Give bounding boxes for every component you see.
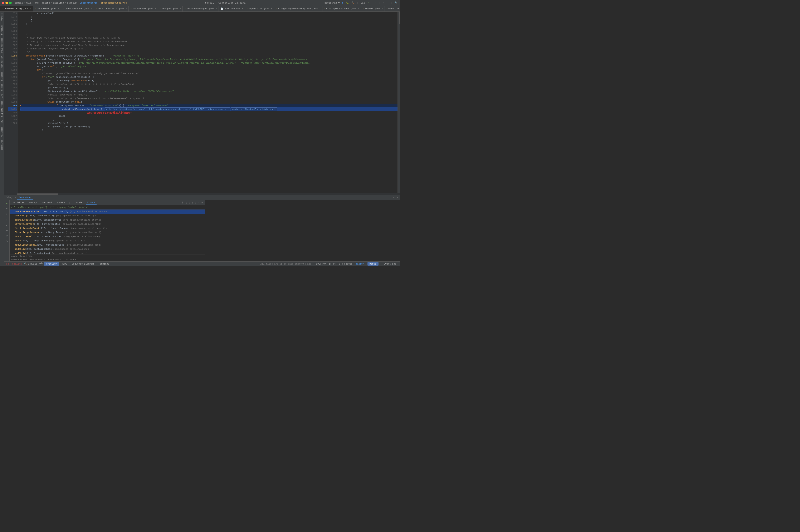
tab-wrapper[interactable]: ☕ Wrapper.java × — [158, 6, 183, 12]
git-branch[interactable]: master — [356, 263, 364, 265]
terminal-tab[interactable]: Terminal — [96, 262, 112, 266]
nav-apache[interactable]: apache — [42, 2, 50, 4]
build-tab[interactable]: 🔨 0 Build — [24, 262, 37, 266]
build-button[interactable]: 🔨 — [351, 1, 355, 5]
tab-startupconstants[interactable]: ☕ startup/Constants.java × — [322, 6, 361, 12]
sequence-diagram-tab[interactable]: Sequence Diagram — [70, 262, 96, 266]
frame-3[interactable]: lifecycleEvent:449, ContextConfig (org.a… — [10, 222, 205, 226]
nav-startup[interactable]: startup — [67, 2, 77, 4]
sidebar-project[interactable]: Project — [1, 13, 3, 21]
debug-tab-bootstrap[interactable]: Bootstrap — [17, 196, 33, 200]
frames-bottom-btn[interactable]: ⤓ — [185, 201, 187, 204]
debug-button[interactable]: 🐛 — [345, 1, 350, 5]
frame-1[interactable]: webConfig:1542, ContextConfig (org.apach… — [10, 214, 205, 218]
step-over-button[interactable]: ↷ — [5, 207, 9, 211]
redo[interactable]: ↪ — [386, 1, 389, 5]
git-tab[interactable]: Git — [39, 262, 43, 266]
sidebar-big-data-tools[interactable]: Big Data Tools — [1, 101, 3, 117]
frame-10[interactable]: addChild:710, StandardHost (org.apache.c… — [10, 251, 205, 254]
nav-tomcat[interactable]: tomcat — [15, 2, 23, 4]
nav-catalina[interactable]: catalina — [53, 2, 64, 4]
nav-method[interactable]: processResourceJARs — [101, 2, 127, 4]
frame-0[interactable]: processResourceJARs:1904, ContextConfig … — [10, 209, 205, 214]
editor-scrollbar[interactable] — [397, 12, 400, 193]
run-config-dropdown[interactable]: Bootstrap ▼ — [324, 1, 340, 5]
git-label[interactable]: Git — [360, 1, 366, 5]
frames-top-btn[interactable]: ⤒ — [182, 201, 184, 204]
tab-webrules[interactable]: ☕ WebRules… × — [385, 6, 400, 12]
git-update[interactable]: ↓ — [370, 1, 373, 5]
step-out-button[interactable]: ↑ — [5, 217, 9, 222]
frame-6[interactable]: startInternal:5745, StandardContext (org… — [10, 234, 205, 239]
sidebar-codota[interactable]: Codota — [1, 84, 3, 91]
frames-filter-btn[interactable]: ⊡ — [189, 202, 190, 204]
tab-servletdef[interactable]: ☕ ServletDef.java × — [129, 6, 158, 12]
todo-tab[interactable]: TODO — [59, 262, 69, 266]
problems-tab[interactable]: ⚠ 0 Problems — [6, 262, 22, 266]
event-log-tab[interactable]: Event Log — [382, 262, 398, 266]
tab-container[interactable]: ☕ Container.java × — [33, 6, 61, 12]
tab-constants[interactable]: ☕ core/Constants.java × — [94, 6, 129, 12]
sidebar-jclasslib[interactable]: jclasslib — [1, 127, 3, 137]
tab-jspservlet[interactable]: ☕ JspServlet.java × — [245, 6, 274, 12]
frame-7[interactable]: start:148, LifecycleBase (org.apache.cat… — [10, 239, 205, 243]
tab-containerbase[interactable]: ☕ ContainerBase.java × — [61, 6, 94, 12]
frames-expand-btn[interactable]: ⊞ — [192, 202, 193, 204]
frames-down-btn[interactable]: ↓ — [178, 202, 180, 204]
maximize-button[interactable] — [9, 2, 12, 4]
code-text[interactable]: scls.add(scl); } } } — [18, 12, 397, 193]
debug-tab-bottom[interactable]: Debug — [368, 262, 378, 266]
tab-illegalargument[interactable]: ☕ IllegalArgumentException.java × — [274, 6, 322, 12]
nav-contextconfig[interactable]: ContextConfig — [80, 2, 98, 4]
tab-contextconfig[interactable]: ☕ ContextConfig.java × — [0, 6, 33, 12]
frames-collapse-btn[interactable]: ⊟ — [195, 202, 196, 204]
tab-webxmlclass[interactable]: ☕ WebXml.java × — [361, 6, 385, 12]
sidebar-pull-requests[interactable]: Pull Requests — [1, 38, 3, 53]
mute-breakpoints-button[interactable]: ◌ — [5, 239, 9, 243]
code-editor[interactable]: 1878 1879 1880 1881 1882 1883 1884 1885 … — [4, 12, 400, 193]
close-button[interactable] — [2, 2, 4, 4]
sidebar-database[interactable]: Database — [1, 72, 3, 81]
evaluate-button[interactable]: ⌨ — [5, 228, 9, 232]
sidebar-art[interactable]: Art — [1, 94, 3, 98]
sidebar-json-parser[interactable]: Json Parser — [1, 56, 3, 69]
tab-overhead[interactable]: Overhead — [40, 201, 53, 204]
tab-frames[interactable]: Frames — [86, 201, 96, 205]
frames-up-btn[interactable]: ↑ — [175, 202, 176, 204]
debug-settings-btn[interactable]: ⚙ — [393, 196, 395, 199]
debug-session-close[interactable]: × — [15, 196, 17, 199]
tab-standardwrapper[interactable]: ☕ StandardWrapper.java × — [183, 6, 219, 12]
run-to-cursor-button[interactable]: ⤵ — [5, 223, 9, 227]
frame-8[interactable]: addChildInternal:1027, ContainerBase (or… — [10, 243, 205, 247]
keyboard-hint: Switch frames from anywhere in the IDE w… — [10, 258, 205, 261]
horizontal-scrollbar[interactable] — [4, 193, 400, 195]
frame-4[interactable]: fireLifecycleEvent:117, LifecycleSupport… — [10, 226, 205, 230]
git-check[interactable]: ✓ — [367, 1, 370, 5]
frame-5[interactable]: fireLifecycleEvent:95, LifecycleBase (or… — [10, 230, 205, 234]
resume-button[interactable]: ▶ — [5, 201, 9, 205]
tab-console[interactable]: Console — [72, 201, 84, 204]
minimize-button[interactable] — [5, 2, 8, 4]
view-breakpoints-button[interactable]: ⊙ — [5, 234, 9, 238]
tab-variables[interactable]: Variables — [11, 201, 26, 204]
frame-2[interactable]: configureStart:1040, ContextConfig (org.… — [10, 218, 205, 222]
frames-filter2-btn[interactable]: ⊘ — [202, 201, 203, 204]
frame-9[interactable]: addChild:999, ContainerBase (org.apache.… — [10, 247, 205, 251]
undo[interactable]: ↩ — [382, 1, 385, 5]
sidebar-bookmarks[interactable]: Bookmarks — [1, 140, 3, 150]
tab-webxml[interactable]: 📄 conf/web.xml × — [219, 6, 245, 12]
debug-close-btn[interactable]: × — [397, 196, 398, 199]
code-line-1881: } — [20, 22, 397, 26]
frames-swap-btn[interactable]: ↔ — [198, 202, 199, 204]
tab-threads[interactable]: Threads — [55, 201, 67, 204]
step-into-button[interactable]: ↓ — [5, 212, 9, 216]
profiler-tab[interactable]: Profiler — [44, 262, 59, 266]
nav-org[interactable]: org — [34, 2, 39, 4]
nav-java[interactable]: java — [26, 2, 31, 4]
git-push[interactable]: ↑ — [374, 1, 377, 5]
run-button[interactable]: ▶ — [341, 1, 345, 5]
tab-memory[interactable]: Memory — [27, 201, 38, 204]
search[interactable]: 🔍 — [394, 1, 398, 5]
sidebar-structure[interactable]: Structure — [1, 25, 3, 35]
sidebar-iol[interactable]: IOL — [1, 120, 3, 124]
